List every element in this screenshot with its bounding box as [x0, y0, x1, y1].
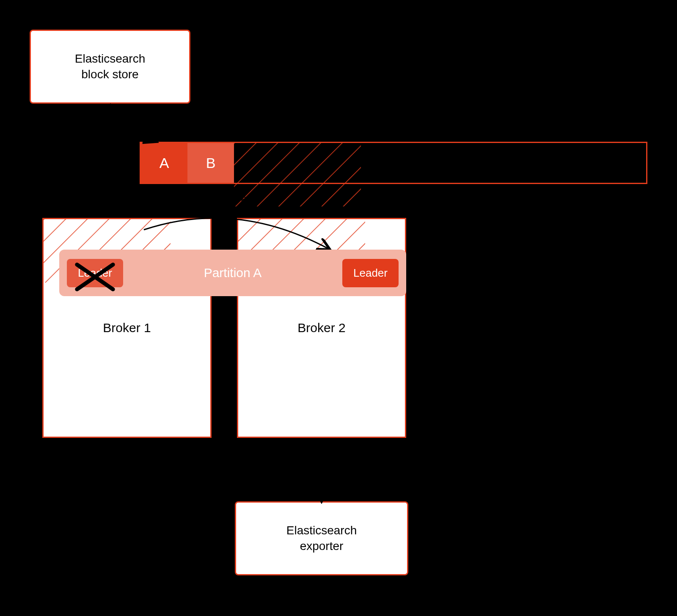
- arrow-label-state-stream: State stream: [334, 463, 396, 476]
- broker-1-label: Broker 1: [103, 321, 151, 335]
- exporter-line2: exporter: [286, 539, 357, 554]
- partitions-label: Partitions: [413, 156, 466, 170]
- topic-label: Topic: [51, 157, 83, 172]
- block-store-line1: Elasticsearch: [75, 51, 146, 66]
- topic-tab-a: A: [141, 143, 187, 183]
- svg-rect-1: [234, 143, 361, 206]
- leader-old-pill: Leader: [67, 259, 123, 287]
- broker-2-label: Broker 2: [297, 321, 345, 335]
- block-store-line2: block store: [75, 67, 146, 82]
- topic-partitions-area: Partitions: [234, 143, 646, 183]
- hatch-pattern: [234, 143, 361, 206]
- partition-rail: Leader Partition A Leader: [59, 250, 406, 296]
- leader-new-pill: Leader: [342, 259, 399, 287]
- arrow-label-write-to: Write to: [131, 127, 169, 140]
- topic-bar: A B Partitions: [140, 142, 647, 184]
- leader-new-label: Leader: [353, 267, 388, 279]
- exporter-box: Elasticsearch exporter: [235, 501, 408, 575]
- block-store-box: Elasticsearch block store: [30, 30, 190, 104]
- leader-old-label: Leader: [78, 267, 112, 279]
- topic-tab-b: B: [187, 143, 234, 183]
- partition-title: Partition A: [204, 266, 262, 280]
- arrow-label-failover: Failover: [212, 192, 250, 206]
- exporter-line1: Elasticsearch: [286, 523, 357, 538]
